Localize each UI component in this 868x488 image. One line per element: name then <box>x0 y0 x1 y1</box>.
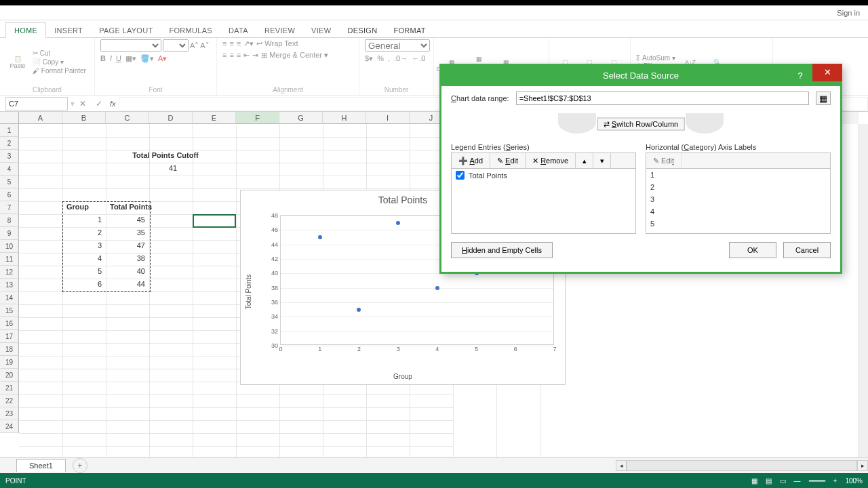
dialog-help-button[interactable]: ? <box>790 66 810 86</box>
data-point[interactable] <box>396 221 400 225</box>
row-header[interactable]: 7 <box>0 201 19 214</box>
ribbon-tab-data[interactable]: DATA <box>220 23 256 37</box>
align-top-icon[interactable]: ≡ <box>222 39 226 48</box>
table-row[interactable]: 3 <box>64 241 104 250</box>
table-row[interactable]: 35 <box>108 228 147 237</box>
row-header[interactable]: 20 <box>0 369 19 382</box>
signin-link[interactable]: Sign in <box>837 9 860 17</box>
row-header[interactable]: 19 <box>0 356 19 369</box>
cut-button[interactable]: ✂ Cut <box>33 49 86 57</box>
table-row[interactable]: 45 <box>108 215 147 224</box>
table-row[interactable]: 4 <box>64 253 104 263</box>
indent-dec-icon[interactable]: ⇤ <box>243 51 250 60</box>
table-row[interactable]: 40 <box>108 266 147 276</box>
row-header[interactable]: 3 <box>0 150 19 163</box>
list-item[interactable]: Total Points <box>452 169 635 182</box>
header-total[interactable]: Total Points <box>108 202 162 211</box>
ok-button[interactable]: OK <box>729 242 776 258</box>
ribbon-tab-home[interactable]: HOME <box>5 22 46 38</box>
col-header[interactable]: I <box>366 112 410 124</box>
category-edit-button[interactable]: ✎ Edit <box>646 153 682 168</box>
range-picker-button[interactable]: ▦ <box>816 92 831 105</box>
ribbon-tab-format[interactable]: FORMAT <box>385 23 433 37</box>
col-header[interactable]: D <box>149 112 193 124</box>
cutoff-cell[interactable]: 41 <box>151 163 195 173</box>
hidden-empty-cells-button[interactable]: Hidden and Empty Cells <box>451 242 553 258</box>
series-remove-button[interactable]: ✕ Remove <box>526 153 576 168</box>
row-header[interactable]: 9 <box>0 227 19 240</box>
table-row[interactable]: 47 <box>108 241 147 250</box>
row-header[interactable]: 14 <box>0 291 19 304</box>
row-header[interactable]: 12 <box>0 266 19 279</box>
dec-inc-icon[interactable]: .0→ <box>394 54 408 63</box>
row-header[interactable]: 22 <box>0 394 19 407</box>
col-header[interactable]: B <box>62 112 106 124</box>
row-header[interactable]: 4 <box>0 163 19 176</box>
row-header[interactable]: 15 <box>0 304 19 317</box>
table-row[interactable]: 38 <box>108 253 147 263</box>
row-header[interactable]: 24 <box>0 420 19 433</box>
dialog-close-button[interactable]: ✕ <box>812 64 842 81</box>
category-list[interactable]: 12345 <box>646 169 831 234</box>
zoom-level[interactable]: 100% <box>845 477 863 485</box>
number-format-select[interactable]: General <box>365 39 430 52</box>
col-header[interactable]: C <box>106 112 149 124</box>
comma-icon[interactable]: , <box>388 54 390 63</box>
row-header[interactable]: 6 <box>0 188 19 201</box>
row-header[interactable]: 21 <box>0 382 19 394</box>
row-header[interactable]: 11 <box>0 253 19 266</box>
row-header[interactable]: 18 <box>0 343 19 356</box>
list-item[interactable]: 5 <box>646 218 830 230</box>
underline-button[interactable]: U <box>116 54 121 63</box>
currency-icon[interactable]: $▾ <box>365 54 373 63</box>
row-header[interactable]: 13 <box>0 279 19 291</box>
series-down-button[interactable]: ▾ <box>593 153 611 168</box>
view-layout-icon[interactable]: ▤ <box>766 477 772 485</box>
series-up-button[interactable]: ▴ <box>576 153 593 168</box>
chart-range-input[interactable] <box>516 92 809 105</box>
table-row[interactable]: 44 <box>108 279 147 289</box>
wrap-text-button[interactable]: ↩ Wrap Text <box>256 39 298 48</box>
row-header[interactable]: 5 <box>0 176 19 188</box>
row-header[interactable]: 2 <box>0 137 19 150</box>
title-cell[interactable]: Total Points Cutoff <box>108 150 223 160</box>
data-point[interactable] <box>435 286 439 290</box>
merge-center-button[interactable]: ⊞ Merge & Center ▾ <box>261 51 328 60</box>
list-item[interactable]: 4 <box>646 205 830 218</box>
ribbon-tab-insert[interactable]: INSERT <box>46 23 91 37</box>
dec-dec-icon[interactable]: ←.0 <box>412 54 425 63</box>
table-row[interactable]: 1 <box>64 215 104 224</box>
cancel-button[interactable]: Cancel <box>783 242 831 258</box>
cancel-formula-icon[interactable]: ✕ <box>75 99 91 108</box>
ribbon-tab-page-layout[interactable]: PAGE LAYOUT <box>91 23 161 37</box>
ribbon-tab-design[interactable]: DESIGN <box>339 23 385 37</box>
font-size-select[interactable] <box>163 39 189 52</box>
col-header[interactable]: A <box>19 112 62 124</box>
list-item[interactable]: 3 <box>646 193 830 205</box>
fill-color-button[interactable]: 🪣▾ <box>140 54 154 63</box>
italic-button[interactable]: I <box>110 54 112 63</box>
sheet-tab[interactable]: Sheet1 <box>16 459 66 472</box>
percent-icon[interactable]: % <box>377 54 384 63</box>
switch-row-column-button[interactable]: ⇄ Switch Row/Column <box>597 118 685 131</box>
row-header[interactable]: 23 <box>0 407 19 420</box>
increase-font-icon[interactable]: A˄ <box>190 41 199 50</box>
table-row[interactable]: 5 <box>64 266 104 276</box>
list-item[interactable]: 1 <box>646 169 830 181</box>
active-cell[interactable] <box>193 214 236 228</box>
data-point[interactable] <box>318 235 322 239</box>
col-header[interactable]: H <box>323 112 366 124</box>
horizontal-scrollbar[interactable]: ◂▸ <box>616 460 868 471</box>
col-header[interactable]: E <box>193 112 236 124</box>
table-row[interactable]: 6 <box>64 279 104 289</box>
autosum-button[interactable]: Σ AutoSum ▾ <box>636 54 675 62</box>
paste-button[interactable]: 📋Paste <box>5 46 30 79</box>
font-family-select[interactable] <box>100 39 161 52</box>
col-header[interactable]: G <box>279 112 323 124</box>
fx-icon[interactable]: fx <box>107 100 119 108</box>
border-button[interactable]: ▦▾ <box>125 54 136 63</box>
row-header[interactable]: 1 <box>0 124 19 137</box>
vertical-scrollbar[interactable] <box>859 124 868 457</box>
decrease-font-icon[interactable]: A˅ <box>200 41 209 50</box>
table-row[interactable]: 2 <box>64 228 104 237</box>
